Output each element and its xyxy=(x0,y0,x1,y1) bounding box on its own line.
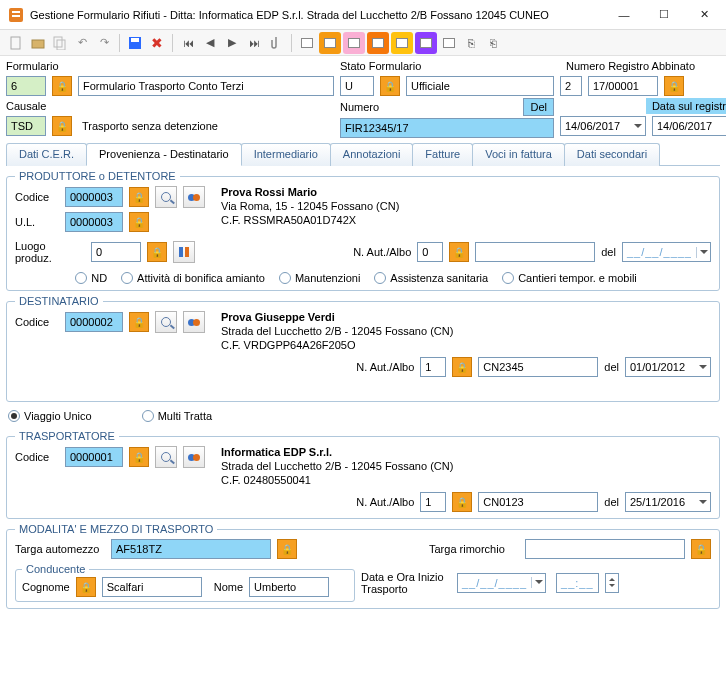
lock-icon[interactable]: 🔒 xyxy=(452,357,472,377)
print-alt-icon[interactable] xyxy=(439,33,459,53)
trasportatore-naut-num[interactable] xyxy=(420,492,446,512)
trasportatore-naut-label: N. Aut./Albo xyxy=(356,494,414,510)
print-box-pink-icon[interactable] xyxy=(343,32,365,54)
trasportatore-codice-label: Codice xyxy=(15,449,59,465)
radio-nd[interactable]: ND xyxy=(75,272,107,284)
produttore-naut-num[interactable] xyxy=(417,242,443,262)
nav-last-icon[interactable]: ⏭ xyxy=(244,33,264,53)
causale-code-input[interactable] xyxy=(6,116,46,136)
people-icon[interactable] xyxy=(183,446,205,468)
trasportatore-naut-text[interactable] xyxy=(478,492,598,512)
print-icon[interactable] xyxy=(297,33,317,53)
lock-icon[interactable]: 🔒 xyxy=(664,76,684,96)
stato-desc-input[interactable] xyxy=(406,76,554,96)
print-box-orange-icon[interactable] xyxy=(319,32,341,54)
tab-fatture[interactable]: Fatture xyxy=(412,143,473,166)
people-icon[interactable] xyxy=(183,186,205,208)
radio-assistenza[interactable]: Assistenza sanitaria xyxy=(374,272,488,284)
nav-next-icon[interactable]: ▶ xyxy=(222,33,242,53)
lock-icon[interactable]: 🔒 xyxy=(129,312,149,332)
lock-icon[interactable]: 🔒 xyxy=(129,187,149,207)
del-label: Del xyxy=(523,98,554,116)
produttore-codice-label: Codice xyxy=(15,189,59,205)
destinatario-legend: DESTINATARIO xyxy=(15,295,103,307)
nav-first-icon[interactable]: ⏮ xyxy=(178,33,198,53)
formulario-num-input[interactable] xyxy=(6,76,46,96)
save-icon[interactable] xyxy=(125,33,145,53)
export-icon[interactable]: ⎘ xyxy=(461,33,481,53)
delete-icon[interactable]: ✖ xyxy=(147,33,167,53)
destinatario-naut-text[interactable] xyxy=(478,357,598,377)
lock-icon[interactable]: 🔒 xyxy=(129,447,149,467)
people-icon[interactable] xyxy=(183,311,205,333)
attachment-icon[interactable] xyxy=(266,33,286,53)
lock-icon[interactable]: 🔒 xyxy=(691,539,711,559)
radio-multi-tratta[interactable]: Multi Tratta xyxy=(142,410,212,422)
luogo-produz-input[interactable] xyxy=(91,242,141,262)
reg-anno-input[interactable] xyxy=(588,76,658,96)
formulario-tipo-input[interactable] xyxy=(78,76,334,96)
produttore-naut-text[interactable] xyxy=(475,242,595,262)
destinatario-naut-num[interactable] xyxy=(420,357,446,377)
destinatario-naut-date[interactable]: 01/01/2012 xyxy=(625,357,711,377)
tab-voci-fattura[interactable]: Voci in fattura xyxy=(472,143,565,166)
trasportatore-naut-date[interactable]: 25/11/2016 xyxy=(625,492,711,512)
produttore-naut-date[interactable]: __/__/____ xyxy=(622,242,711,262)
tab-provenienza-destinatario[interactable]: Provenienza - Destinatario xyxy=(86,143,242,166)
tool-new-icon[interactable] xyxy=(6,33,26,53)
search-icon[interactable] xyxy=(155,446,177,468)
lock-icon[interactable]: 🔒 xyxy=(380,76,400,96)
trasportatore-codice-input[interactable] xyxy=(65,447,123,467)
app-icon xyxy=(8,7,24,23)
maximize-button[interactable]: ☐ xyxy=(644,1,684,29)
search-icon[interactable] xyxy=(155,311,177,333)
data-inizio-date[interactable]: __/__/____ xyxy=(457,573,546,593)
time-spinner[interactable] xyxy=(605,573,619,593)
lock-icon[interactable]: 🔒 xyxy=(452,492,472,512)
search-icon[interactable] xyxy=(155,186,177,208)
tool-redo-icon[interactable]: ↷ xyxy=(94,33,114,53)
tab-annotazioni[interactable]: Annotazioni xyxy=(330,143,414,166)
conducente-legend: Conducente xyxy=(22,563,89,575)
radio-bonifica[interactable]: Attività di bonifica amianto xyxy=(121,272,265,284)
produttore-ul-input[interactable] xyxy=(65,212,123,232)
tool-copy-icon[interactable] xyxy=(50,33,70,53)
cognome-input[interactable] xyxy=(102,577,202,597)
targa-rim-input[interactable] xyxy=(525,539,685,559)
radio-viaggio-unico[interactable]: Viaggio Unico xyxy=(8,410,92,422)
detail-icon[interactable] xyxy=(173,241,195,263)
lock-icon[interactable]: 🔒 xyxy=(129,212,149,232)
lock-icon[interactable]: 🔒 xyxy=(52,116,72,136)
produttore-ul-label: U.L. xyxy=(15,214,59,230)
tab-dati-secondari[interactable]: Dati secondari xyxy=(564,143,660,166)
radio-manutenzioni[interactable]: Manutenzioni xyxy=(279,272,360,284)
print-box-yellow-icon[interactable] xyxy=(391,32,413,54)
close-button[interactable]: ✕ xyxy=(684,1,724,29)
data-inizio-time[interactable]: __:__ xyxy=(556,573,599,593)
produttore-codice-input[interactable] xyxy=(65,187,123,207)
lock-icon[interactable]: 🔒 xyxy=(76,577,96,597)
nome-input[interactable] xyxy=(249,577,329,597)
lock-icon[interactable]: 🔒 xyxy=(52,76,72,96)
tool-undo-icon[interactable]: ↶ xyxy=(72,33,92,53)
lock-icon[interactable]: 🔒 xyxy=(277,539,297,559)
lock-icon[interactable]: 🔒 xyxy=(449,242,469,262)
print-box-orange2-icon[interactable] xyxy=(367,32,389,54)
del-date-dropdown[interactable]: 14/06/2017 xyxy=(560,116,646,136)
tool-open-icon[interactable] xyxy=(28,33,48,53)
radio-cantieri[interactable]: Cantieri tempor. e mobili xyxy=(502,272,637,284)
minimize-button[interactable]: — xyxy=(604,1,644,29)
data-registro-dropdown[interactable]: 14/06/2017 xyxy=(652,116,726,136)
import-icon[interactable]: ⎗ xyxy=(483,33,503,53)
print-box-purple-icon[interactable] xyxy=(415,32,437,54)
nav-prev-icon[interactable]: ◀ xyxy=(200,33,220,53)
lock-icon[interactable]: 🔒 xyxy=(147,242,167,262)
tab-intermediario[interactable]: Intermediario xyxy=(241,143,331,166)
stato-code-input[interactable] xyxy=(340,76,374,96)
trasportatore-group: TRASPORTATORE Codice 🔒 Informatica EDP S… xyxy=(6,430,720,519)
numero-input[interactable] xyxy=(340,118,554,138)
reg-num-input[interactable] xyxy=(560,76,582,96)
targa-auto-input[interactable] xyxy=(111,539,271,559)
tab-dati-cer[interactable]: Dati C.E.R. xyxy=(6,143,87,166)
destinatario-codice-input[interactable] xyxy=(65,312,123,332)
